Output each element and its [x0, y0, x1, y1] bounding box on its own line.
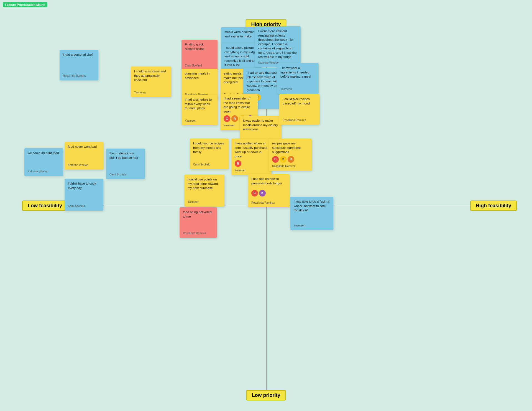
- note-n11[interactable]: I had a schedule to follow every week fo…: [181, 95, 218, 125]
- title-badge: Feature Prioritization Matrix: [3, 2, 47, 7]
- note-n13[interactable]: it was easier to make meals around my di…: [240, 116, 281, 139]
- note-n20[interactable]: recipes gave me substitute ingredient su…: [269, 139, 312, 171]
- note-text-n4: meals were healthier and easier to make: [224, 30, 257, 39]
- note-author-n16: Kathrine Whelan: [68, 163, 100, 167]
- note-n17[interactable]: the produce i buy didn't go bad so fastC…: [106, 149, 145, 179]
- note-author-n18: Cami Scofield: [193, 163, 225, 167]
- note-text-n20: recipes gave me substitute ingredient su…: [272, 141, 308, 154]
- note-author-n3: Cami Scofield: [185, 64, 214, 68]
- note-author-n19: Yasmeen: [235, 169, 268, 172]
- note-avatars-n23: CK: [251, 190, 286, 196]
- avatar: C: [251, 190, 258, 196]
- note-author-n10: Yasmeen: [280, 87, 315, 91]
- note-n10[interactable]: I knew what all ingredients I needed bef…: [277, 63, 319, 94]
- note-author-n1: Rosalinda Ramirez: [63, 74, 95, 78]
- note-author-n21: Cami Scofield: [68, 204, 100, 208]
- avatar: C: [224, 115, 230, 122]
- note-n25[interactable]: I was able to do a "spin a wheel" on wha…: [290, 197, 333, 230]
- note-text-n1: I had a personal chef: [63, 53, 95, 57]
- avatar: K: [259, 190, 266, 196]
- note-n6[interactable]: I were more efficient reusing ingredient…: [255, 26, 301, 67]
- note-text-n18: I could source recipes from my friends a…: [193, 141, 225, 154]
- note-n1[interactable]: I had a personal chefRosalinda Ramirez: [60, 50, 98, 80]
- note-text-n22: I could use points on my food items towa…: [188, 177, 221, 190]
- note-n14[interactable]: I could pick recipes based off my moodRo…: [279, 94, 319, 125]
- note-text-n25: I was able to do a "spin a wheel" on wha…: [294, 200, 330, 213]
- note-n3[interactable]: Finding quick recipes onlineCami Scofiel…: [181, 40, 218, 70]
- note-text-n12: I had a reminder of the food items that …: [224, 96, 254, 114]
- avatar: Y: [280, 156, 287, 163]
- note-author-n11: Yasmeen: [185, 119, 214, 123]
- note-text-n2: I could scan items and they automaticall…: [134, 69, 168, 82]
- note-author-n22: Yasmeen: [188, 200, 221, 204]
- note-n21[interactable]: I didn't have to cook every dayCami Scof…: [65, 179, 103, 211]
- low-feasibility-label: Low feasibility: [22, 200, 68, 211]
- note-n22[interactable]: I could use points on my food items towa…: [184, 175, 224, 206]
- note-text-n6: I were more efficient reusing ingredient…: [258, 29, 297, 59]
- note-text-n16: food never went bad: [68, 145, 100, 149]
- note-author-n14: Rosalinda Ramirez: [283, 118, 316, 122]
- low-priority-label: Low priority: [246, 390, 286, 400]
- note-text-n17: the produce i buy didn't go bad so fast: [109, 151, 142, 160]
- note-author-n17: Cami Scofield: [109, 173, 142, 177]
- note-n19[interactable]: I was notified when an item I usually pu…: [231, 139, 272, 175]
- note-n2[interactable]: I could scan items and they automaticall…: [131, 67, 171, 97]
- note-n18[interactable]: I could source recipes from my friends a…: [190, 139, 229, 169]
- note-text-n14: I could pick recipes based off my mood: [283, 97, 316, 106]
- note-text-n24: food being delivered to me: [183, 210, 214, 219]
- note-avatars-n20: CYR: [272, 156, 308, 163]
- note-text-n5: I could take a picture of everything in …: [224, 46, 258, 67]
- note-text-n10: I knew what all ingredients I needed bef…: [280, 66, 315, 79]
- note-n15[interactable]: we could 3d print foodKathrine Whelan: [24, 148, 63, 176]
- avatar: R: [235, 160, 241, 167]
- note-text-n19: I was notified when an item I usually pu…: [235, 141, 268, 159]
- note-text-n7: planning meals in advanced: [185, 72, 214, 80]
- note-n23[interactable]: I had tips on how to preserve foods long…: [248, 174, 290, 207]
- note-text-n15: we could 3d print food: [28, 151, 60, 155]
- note-author-n25: Yasmeen: [294, 224, 330, 228]
- note-n16[interactable]: food never went badKathrine Whelan: [65, 142, 103, 170]
- matrix-container: Feature Prioritization Matrix High prior…: [0, 0, 532, 411]
- note-text-n11: I had a schedule to follow every week fo…: [185, 98, 214, 111]
- note-text-n3: Finding quick recipes online: [185, 42, 214, 51]
- high-feasibility-label: High feasibility: [470, 200, 517, 211]
- note-avatars-n19: R: [235, 160, 268, 167]
- note-text-n23: I had tips on how to preserve foods long…: [251, 177, 286, 185]
- note-n24[interactable]: food being delivered to meRosalinda Rami…: [180, 207, 217, 238]
- note-author-n23: Rosalinda Ramirez: [251, 201, 286, 205]
- note-author-n24: Rosalinda Ramirez: [183, 231, 214, 235]
- avatar: C: [272, 156, 279, 163]
- note-text-n21: I didn't have to cook every day: [68, 182, 100, 190]
- note-author-n20: Rosalinda Ramirez: [272, 164, 308, 168]
- note-author-n2: Yasmeen: [134, 91, 168, 95]
- note-author-n15: Kathrine Whelan: [28, 170, 60, 173]
- note-text-n13: it was easier to make meals around my di…: [243, 119, 278, 132]
- avatar: R: [288, 156, 294, 163]
- avatar: R: [231, 115, 238, 122]
